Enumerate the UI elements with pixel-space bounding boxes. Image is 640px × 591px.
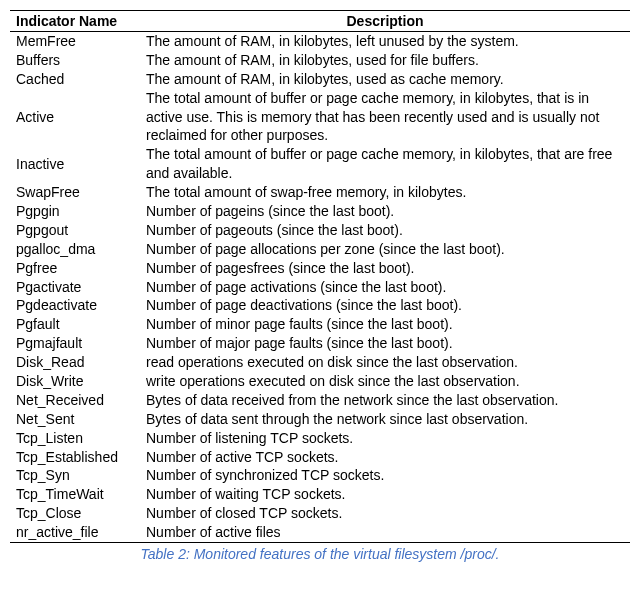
table-row: Tcp_SynNumber of synchronized TCP socket…: [10, 466, 630, 485]
table-row: Disk_Writewrite operations executed on d…: [10, 372, 630, 391]
table-row: PgpgoutNumber of pageouts (since the las…: [10, 221, 630, 240]
table-row: PgpginNumber of pageins (since the last …: [10, 202, 630, 221]
indicator-name-cell: pgalloc_dma: [10, 240, 140, 259]
description-cell: Number of listening TCP sockets.: [140, 429, 630, 448]
indicator-name-cell: Inactive: [10, 145, 140, 183]
description-cell: Number of synchronized TCP sockets.: [140, 466, 630, 485]
table-caption: Table 2: Monitored features of the virtu…: [10, 546, 630, 562]
table-row: Net_ReceivedBytes of data received from …: [10, 391, 630, 410]
indicator-name-cell: Net_Sent: [10, 410, 140, 429]
table-row: PgfaultNumber of minor page faults (sinc…: [10, 315, 630, 334]
table-row: Tcp_EstablishedNumber of active TCP sock…: [10, 448, 630, 467]
indicator-name-cell: Pgfree: [10, 259, 140, 278]
description-cell: Number of active files: [140, 523, 630, 542]
description-cell: Number of minor page faults (since the l…: [140, 315, 630, 334]
description-cell: The amount of RAM, in kilobytes, left un…: [140, 32, 630, 51]
indicator-name-cell: Tcp_Syn: [10, 466, 140, 485]
description-cell: Number of active TCP sockets.: [140, 448, 630, 467]
indicator-name-cell: Disk_Write: [10, 372, 140, 391]
description-cell: read operations executed on disk since t…: [140, 353, 630, 372]
indicator-name-cell: Pgpgout: [10, 221, 140, 240]
table-row: BuffersThe amount of RAM, in kilobytes, …: [10, 51, 630, 70]
description-cell: Number of closed TCP sockets.: [140, 504, 630, 523]
description-cell: Bytes of data sent through the network s…: [140, 410, 630, 429]
table-row: Tcp_TimeWaitNumber of waiting TCP socket…: [10, 485, 630, 504]
indicator-name-cell: Buffers: [10, 51, 140, 70]
indicator-name-cell: Tcp_Established: [10, 448, 140, 467]
table-row: Tcp_CloseNumber of closed TCP sockets.: [10, 504, 630, 523]
header-description: Description: [140, 11, 630, 32]
description-cell: The amount of RAM, in kilobytes, used fo…: [140, 51, 630, 70]
table-row: Disk_Readread operations executed on dis…: [10, 353, 630, 372]
description-cell: Number of page allocations per zone (sin…: [140, 240, 630, 259]
indicator-name-cell: Disk_Read: [10, 353, 140, 372]
table-row: nr_active_fileNumber of active files: [10, 523, 630, 542]
indicator-name-cell: Cached: [10, 70, 140, 89]
description-cell: Number of pageouts (since the last boot)…: [140, 221, 630, 240]
indicator-name-cell: Tcp_Close: [10, 504, 140, 523]
table-row: PgmajfaultNumber of major page faults (s…: [10, 334, 630, 353]
indicator-name-cell: Pgactivate: [10, 278, 140, 297]
indicator-name-cell: Pgdeactivate: [10, 296, 140, 315]
description-cell: Number of pagesfrees (since the last boo…: [140, 259, 630, 278]
table-row: MemFreeThe amount of RAM, in kilobytes, …: [10, 32, 630, 51]
indicator-name-cell: Tcp_Listen: [10, 429, 140, 448]
description-cell: Number of page deactivations (since the …: [140, 296, 630, 315]
table-row: InactiveThe total amount of buffer or pa…: [10, 145, 630, 183]
indicator-name-cell: MemFree: [10, 32, 140, 51]
header-indicator-name: Indicator Name: [10, 11, 140, 32]
description-cell: The total amount of buffer or page cache…: [140, 89, 630, 146]
table-row: PgactivateNumber of page activations (si…: [10, 278, 630, 297]
table-row: PgfreeNumber of pagesfrees (since the la…: [10, 259, 630, 278]
table-row: pgalloc_dmaNumber of page allocations pe…: [10, 240, 630, 259]
table-row: PgdeactivateNumber of page deactivations…: [10, 296, 630, 315]
description-cell: Bytes of data received from the network …: [140, 391, 630, 410]
table-row: CachedThe amount of RAM, in kilobytes, u…: [10, 70, 630, 89]
indicator-name-cell: Tcp_TimeWait: [10, 485, 140, 504]
description-cell: The total amount of buffer or page cache…: [140, 145, 630, 183]
table-row: ActiveThe total amount of buffer or page…: [10, 89, 630, 146]
table-row: SwapFreeThe total amount of swap-free me…: [10, 183, 630, 202]
table-header-row: Indicator Name Description: [10, 11, 630, 32]
indicator-name-cell: nr_active_file: [10, 523, 140, 542]
indicator-name-cell: SwapFree: [10, 183, 140, 202]
indicator-name-cell: Pgmajfault: [10, 334, 140, 353]
table-row: Net_SentBytes of data sent through the n…: [10, 410, 630, 429]
indicator-name-cell: Pgpgin: [10, 202, 140, 221]
indicator-name-cell: Pgfault: [10, 315, 140, 334]
description-cell: Number of page activations (since the la…: [140, 278, 630, 297]
description-cell: The amount of RAM, in kilobytes, used as…: [140, 70, 630, 89]
description-cell: write operations executed on disk since …: [140, 372, 630, 391]
table-row: Tcp_ListenNumber of listening TCP socket…: [10, 429, 630, 448]
indicators-table: Indicator Name Description MemFreeThe am…: [10, 10, 630, 543]
description-cell: Number of major page faults (since the l…: [140, 334, 630, 353]
description-cell: Number of waiting TCP sockets.: [140, 485, 630, 504]
description-cell: Number of pageins (since the last boot).: [140, 202, 630, 221]
description-cell: The total amount of swap-free memory, in…: [140, 183, 630, 202]
indicator-name-cell: Net_Received: [10, 391, 140, 410]
indicator-name-cell: Active: [10, 89, 140, 146]
